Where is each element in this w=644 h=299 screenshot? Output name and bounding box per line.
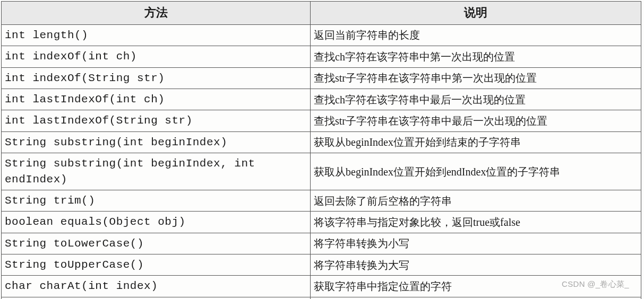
description-cell: 获取从beginIndex位置开始到结束的子字符串 xyxy=(311,131,641,153)
methods-table: 方法 说明 int length() 返回当前字符串的长度 int indexO… xyxy=(1,1,641,299)
table-row: int indexOf(int ch) 查找ch字符在该字符串中第一次出现的位置 xyxy=(2,46,641,67)
method-cell: char charAt(int index) xyxy=(2,276,311,297)
table-row: int indexOf(String str) 查找str子字符串在该字符串中第… xyxy=(2,67,641,89)
table-row: String toLowerCase() 将字符串转换为小写 xyxy=(2,233,641,254)
table-row: int lastIndexOf(String str) 查找str子字符串在该字… xyxy=(2,110,641,131)
method-cell: String toLowerCase() xyxy=(2,233,311,254)
description-cell: 查找ch字符在该字符串中第一次出现的位置 xyxy=(311,46,641,67)
method-cell: int lastIndexOf(int ch) xyxy=(2,89,311,110)
description-cell: 返回当前字符串的长度 xyxy=(311,24,641,46)
method-cell: String[] split(String regex,int limit) xyxy=(2,297,311,299)
description-cell: 查找str子字符串在该字符串中最后一次出现的位置 xyxy=(311,110,641,131)
table-row: String substring(int beginIndex, int end… xyxy=(2,153,641,190)
description-cell: 将字符串转换为大写 xyxy=(311,254,641,276)
table-row: int length() 返回当前字符串的长度 xyxy=(2,24,641,46)
method-cell: boolean equals(Object obj) xyxy=(2,212,311,233)
method-cell: int lastIndexOf(String str) xyxy=(2,110,311,131)
table-header-row: 方法 说明 xyxy=(2,2,641,25)
method-cell: int length() xyxy=(2,24,311,46)
header-description: 说明 xyxy=(311,2,641,25)
table-row: String[] split(String regex,int limit) 将… xyxy=(2,297,641,299)
table-row: String toUpperCase() 将字符串转换为大写 xyxy=(2,254,641,276)
description-cell: 返回去除了前后空格的字符串 xyxy=(311,190,641,211)
watermark: CSDN @_卷心菜_ xyxy=(562,279,629,289)
description-cell: 将该字符串与指定对象比较，返回true或false xyxy=(311,212,641,233)
method-cell: int indexOf(int ch) xyxy=(2,46,311,67)
description-cell: 查找str子字符串在该字符串中第一次出现的位置 xyxy=(311,67,641,89)
header-method: 方法 xyxy=(2,2,311,25)
table-row: String substring(int beginIndex) 获取从begi… xyxy=(2,131,641,153)
table-row: String trim() 返回去除了前后空格的字符串 xyxy=(2,190,641,211)
method-cell: String trim() xyxy=(2,190,311,211)
description-cell: 获取从beginIndex位置开始到endIndex位置的子字符串 xyxy=(311,153,641,190)
description-cell: 将字符串分割为子字符串，返回字符串数组 xyxy=(311,297,641,299)
method-cell: int indexOf(String str) xyxy=(2,67,311,89)
method-cell: String substring(int beginIndex) xyxy=(2,131,311,153)
table-row: char charAt(int index) 获取字符串中指定位置的字符 xyxy=(2,276,641,297)
description-cell: 查找ch字符在该字符串中最后一次出现的位置 xyxy=(311,89,641,110)
description-cell: 将字符串转换为小写 xyxy=(311,233,641,254)
table-row: int lastIndexOf(int ch) 查找ch字符在该字符串中最后一次… xyxy=(2,89,641,110)
table-row: boolean equals(Object obj) 将该字符串与指定对象比较，… xyxy=(2,212,641,233)
method-cell: String toUpperCase() xyxy=(2,254,311,276)
method-cell: String substring(int beginIndex, int end… xyxy=(2,153,311,190)
